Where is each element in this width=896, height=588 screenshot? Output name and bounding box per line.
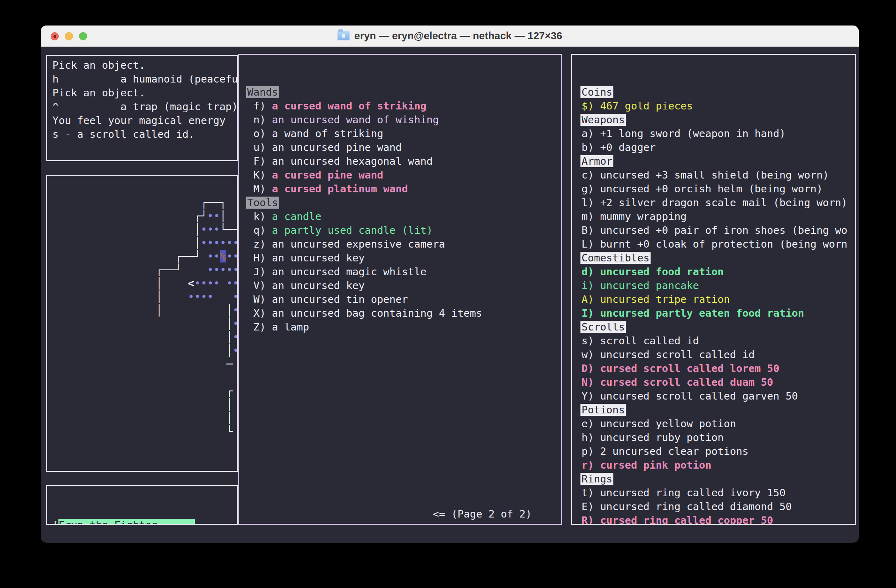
map-space xyxy=(137,196,143,209)
map-space xyxy=(188,358,194,370)
item-key: V) xyxy=(247,279,272,291)
map-row: ─ xyxy=(137,357,238,371)
map-space xyxy=(156,196,162,209)
floor-dot: • xyxy=(233,277,238,289)
terminal-window: eryn — eryn@electra — nethack — 127×36 P… xyxy=(41,26,859,543)
map-space xyxy=(175,425,181,437)
floor-dot: • xyxy=(233,331,238,343)
map-space xyxy=(143,425,149,437)
inventory-item: B) uncursed +0 pair of iron shoes (being… xyxy=(582,224,855,237)
floor-dot: • xyxy=(226,250,233,262)
floor-dot: • xyxy=(233,237,238,249)
item-label: p) 2 uncursed clear potions xyxy=(582,445,748,457)
map-wall: ─ xyxy=(188,250,194,262)
item-label: R) cursed ring called copper 50 xyxy=(582,514,773,525)
menu-item: V) an uncursed key xyxy=(247,279,561,292)
item-key: z) xyxy=(247,238,272,250)
map-space xyxy=(156,425,162,437)
map-space xyxy=(207,425,213,437)
inventory-item: e) uncursed yellow potion xyxy=(582,417,855,431)
map-row: │• xyxy=(137,344,238,357)
map-space xyxy=(137,371,143,384)
map-space xyxy=(201,250,207,262)
minimize-button[interactable] xyxy=(65,32,73,40)
map-space xyxy=(181,344,188,357)
map-space xyxy=(194,398,201,411)
map-space xyxy=(213,358,220,370)
inventory-item: $) 467 gold pieces xyxy=(582,99,855,113)
map-space xyxy=(137,331,143,343)
map-wall: ─ xyxy=(162,264,169,276)
map-space xyxy=(213,385,220,397)
map-space xyxy=(143,358,149,370)
map-wall: ┌ xyxy=(201,196,207,209)
status-line-1: [Eryn the Fighter xyxy=(52,518,237,525)
map-wall: ┘ xyxy=(201,210,207,222)
map-wall: │ xyxy=(156,291,162,303)
inventory-item-section-header: Scrolls xyxy=(582,320,855,334)
map-row: │•••└── xyxy=(137,223,238,236)
map-space xyxy=(143,223,149,236)
close-button[interactable] xyxy=(51,32,59,40)
map-space xyxy=(201,425,207,437)
section-header-label: Weapons xyxy=(581,114,626,126)
map-space xyxy=(220,398,226,411)
map-space xyxy=(169,304,175,316)
menu-item-section-header: Wands xyxy=(247,85,561,99)
zoom-button[interactable] xyxy=(79,32,87,40)
map-space xyxy=(169,358,175,370)
map-space xyxy=(137,317,143,330)
map-space xyxy=(194,264,201,276)
map-space xyxy=(188,385,194,397)
floor-dot: • xyxy=(233,317,238,330)
map-row: │ │• xyxy=(137,303,238,317)
inventory-item: A) uncursed tripe ration xyxy=(582,292,855,306)
floor-dot: • xyxy=(207,223,213,236)
map-wall: │ xyxy=(226,317,233,330)
map-space xyxy=(213,317,220,330)
map-space xyxy=(162,425,169,437)
map-wall: ─ xyxy=(207,196,213,209)
item-label: an uncursed tin opener xyxy=(272,293,408,305)
map-space xyxy=(201,385,207,397)
map-space xyxy=(137,210,143,222)
dungeon-map: ┌──┐ ┌┘••│ │•••└── │•••••• ┌──┘ ••%•• ┌─… xyxy=(137,196,238,438)
map-space xyxy=(169,250,175,262)
map-wall: │ xyxy=(226,304,233,316)
menu-item: H) an uncursed key xyxy=(247,251,561,265)
map-space xyxy=(188,331,194,343)
floor-dot: • xyxy=(201,223,207,236)
floor-dot: • xyxy=(207,210,213,222)
item-key: u) xyxy=(247,141,272,153)
floor-dot: • xyxy=(207,237,213,249)
map-space xyxy=(181,237,188,249)
item-label: E) uncursed ring called diamond 50 xyxy=(582,501,792,513)
status-panel: [Eryn the Fighter Dlvl:9 $:467 HP:40(56)… xyxy=(46,485,238,525)
title-bar[interactable]: eryn — eryn@electra — nethack — 127×36 xyxy=(41,26,859,47)
item-label: h) uncursed ruby potion xyxy=(582,431,724,443)
map-wall: │ xyxy=(226,411,233,424)
map-space xyxy=(207,358,213,370)
map-space xyxy=(213,291,220,303)
folder-icon xyxy=(337,31,349,40)
map-row: ┌──┘ ••••• xyxy=(137,263,238,277)
map-space xyxy=(137,237,143,249)
inventory-item: a) +1 long sword (weapon in hand) xyxy=(582,127,855,141)
map-wall: │ xyxy=(226,331,233,343)
map-row: │•••••• xyxy=(137,236,238,250)
window-title: eryn — eryn@electra — nethack — 127×36 xyxy=(337,30,562,42)
map-space xyxy=(149,317,156,330)
map-space xyxy=(143,385,149,397)
map-space xyxy=(137,291,143,303)
message-line: ^ a trap (magic trap) xyxy=(52,100,237,114)
map-space xyxy=(175,223,181,236)
item-label: an uncursed hexagonal wand xyxy=(272,155,433,167)
map-space xyxy=(137,398,143,411)
map-space xyxy=(169,385,175,397)
section-header-label: Coins xyxy=(581,86,613,98)
map-space xyxy=(169,411,175,424)
map-space xyxy=(194,344,201,357)
map-space xyxy=(143,264,149,276)
inventory-item-section-header: Coins xyxy=(582,85,855,99)
map-row: │ <•••• •• xyxy=(137,277,238,290)
